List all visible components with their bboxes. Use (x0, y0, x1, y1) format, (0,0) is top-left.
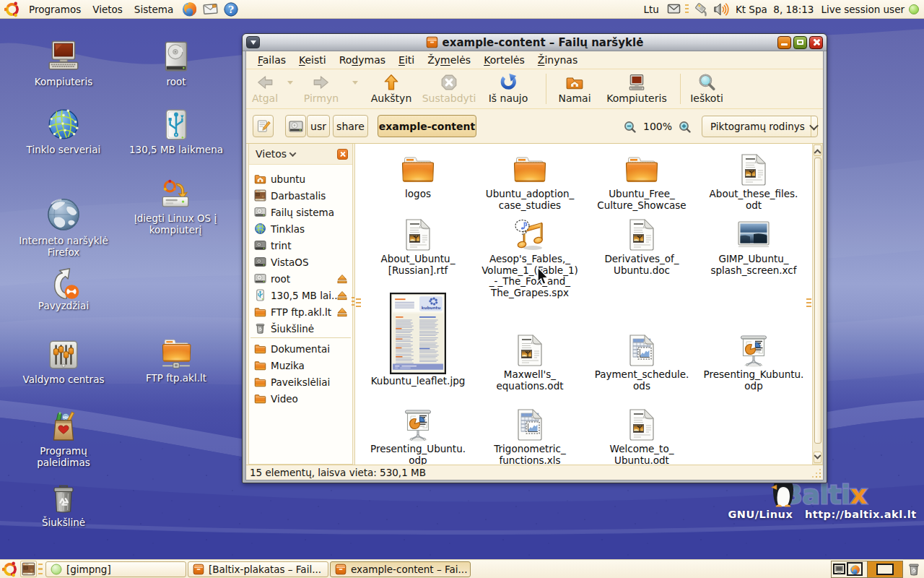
close-button[interactable] (809, 36, 823, 49)
desktop-icon-ftp-folder[interactable]: FTP ftp.akl.lt (122, 335, 230, 384)
file-Presenting_Ubuntu.odp[interactable]: Presenting_Ubuntu.odp (362, 407, 474, 466)
toolbar-search-button[interactable]: Ieškoti (671, 73, 743, 104)
desktop-icon-install-linux[interactable]: Įdiegti Linux OS įkompiuterį (121, 178, 230, 236)
path-segment-root[interactable] (285, 115, 306, 137)
toolbar-home-button[interactable]: Namai (539, 73, 611, 104)
eject-button[interactable] (336, 273, 348, 285)
file-Welcome_to_Ubuntu.odt[interactable]: Welcome_to_Ubuntu.odt (586, 407, 697, 466)
sidebar-item-root[interactable]: root (249, 270, 352, 287)
vertical-scrollbar[interactable] (812, 144, 823, 465)
sidebar-combo-chevron-icon[interactable] (289, 150, 297, 157)
ubuntu-taskbar-logo-icon[interactable] (0, 561, 20, 577)
toolbar-forward-button[interactable]: Pirmyn (285, 73, 357, 104)
desktop-icon-trash[interactable]: Šiukšlinė (9, 481, 118, 528)
menu-failas[interactable]: Failas (251, 52, 292, 68)
sidebar-item-fail-sistema[interactable]: Failų sistema (249, 204, 352, 220)
desktop-icon-app-install[interactable]: Programųpaleidimas (9, 410, 118, 468)
path-segment-share[interactable]: share (333, 115, 368, 137)
sidebar-item-vistaos[interactable]: VistaOS (249, 254, 352, 270)
user-switcher[interactable]: Live session user (819, 4, 909, 15)
show-desktop-button[interactable] (20, 561, 37, 577)
evolution-launcher-icon[interactable] (200, 1, 221, 17)
scroll-up-button[interactable] (814, 144, 821, 156)
sidebar-title[interactable]: Vietos (256, 148, 287, 160)
file-Ubuntu_Free_Culture_Showcase[interactable]: Ubuntu_Free_Culture_Showcase (586, 152, 697, 211)
window-menu-button[interactable] (246, 36, 260, 48)
firefox-launcher-icon[interactable] (179, 1, 200, 17)
menu-vietos[interactable]: Vietos (87, 0, 128, 18)
scroll-thumb[interactable] (814, 158, 821, 444)
menu-kortels[interactable]: Kortelės (477, 52, 531, 68)
desktop-icon-root-drive[interactable]: root (122, 39, 230, 87)
file-Aesops_Fables_Volume_1_Fable_1_-_The_Fox[interactable]: Aesop's_Fables,_Volume_1_(Fable_1)_-_The… (474, 217, 585, 298)
workspace-2[interactable] (867, 561, 902, 577)
zoom-out-icon[interactable] (624, 121, 636, 133)
menu-rodymas[interactable]: Rodymas (333, 52, 392, 68)
sidebar-item-tinklas[interactable]: Tinklas (249, 220, 352, 237)
keyboard-layout-indicator[interactable]: Ltu (638, 4, 665, 15)
sidebar-item-trint[interactable]: trint (249, 237, 352, 254)
volume-icon[interactable] (711, 1, 731, 17)
workspace-switcher[interactable] (831, 561, 903, 578)
taskbar-window-example-content-Fai-[interactable]: example-content – Fai... (330, 561, 471, 577)
taskbar-window--Baltix-plakatas-Fail-[interactable]: [Baltix-plakatas – Fail... (188, 561, 328, 577)
clock[interactable]: Kt Spa 8, 18:13 (731, 4, 820, 15)
trash-applet-icon[interactable] (907, 562, 921, 577)
menu-keisti[interactable]: Keisti (292, 52, 333, 68)
file-Maxwells_equations.odt[interactable]: Maxwell's_equations.odt (474, 333, 585, 392)
path-segment-example-content[interactable]: example-content (378, 115, 476, 137)
file-Derivatives_of_Ubuntu.doc[interactable]: Derivatives_of_Ubuntu.doc (586, 217, 697, 276)
file-About_these_files.odt[interactable]: About_these_files.odt (698, 152, 809, 211)
menu-eiti[interactable]: Eiti (392, 52, 421, 68)
titlebar[interactable]: example-content – Failų naršyklė (243, 34, 827, 51)
menu-inynas[interactable]: Žinynas (531, 52, 584, 68)
sidebar-item-130-5-mb-lai-[interactable]: 130,5 MB lai... (249, 287, 352, 303)
menu-sistema[interactable]: Sistema (128, 0, 179, 18)
desktop-icon-firefox-browser[interactable]: Interneto naršyklėFirefox (9, 197, 118, 258)
desktop-icon-network-servers[interactable]: Tinklo serveriai (9, 107, 118, 155)
desktop-icon-computer[interactable]: Kompiuteris (9, 39, 118, 87)
sidebar-item-paveiksl-liai[interactable]: Paveikslėliai (249, 374, 352, 390)
menu-programos[interactable]: Programos (23, 0, 87, 18)
toolbar-reload-button[interactable]: Iš naujo (472, 73, 544, 104)
toolbar-computer-button[interactable]: Kompiuteris (601, 73, 673, 104)
network-status-icon[interactable] (691, 1, 711, 17)
maximize-button[interactable] (793, 36, 807, 49)
eject-button[interactable] (336, 290, 348, 301)
sidebar-item-ftp-ftp-akl-lt[interactable]: FTP ftp.akl.lt (249, 303, 352, 320)
file-Trigonometric_functions.xls[interactable]: Trigonometric_functions.xls (474, 407, 585, 466)
desktop-icon-examples[interactable]: Pavyzdžiai (9, 267, 118, 311)
workspace-1[interactable] (832, 561, 867, 577)
zoom-in-icon[interactable] (679, 121, 691, 133)
scroll-down-button[interactable] (814, 452, 821, 463)
menu-ymels[interactable]: Žymelės (421, 52, 477, 68)
sidebar-item-video[interactable]: Video (249, 390, 352, 407)
eject-button[interactable] (336, 306, 348, 318)
presence-status-icon[interactable] (909, 4, 919, 14)
desktop-icon-usb-volume[interactable]: 130,5 MB laikmena (122, 107, 230, 155)
sidebar-item-ubuntu[interactable]: ubuntu (249, 171, 352, 187)
toggle-location-entry-button[interactable] (253, 115, 274, 137)
file-Payment_schedule.ods[interactable]: Payment_schedule.ods (586, 333, 697, 392)
sidebar-item-muzika[interactable]: Muzika (249, 357, 352, 374)
mail-notification-icon[interactable] (665, 4, 683, 14)
file-About_Ubuntu_Russian.rtf[interactable]: About_Ubuntu_[Russian].rtf (362, 217, 474, 276)
file-GIMP_Ubuntu_splash_screen.xcf[interactable]: GIMP_Ubuntu_splash_screen.xcf (698, 217, 809, 276)
taskbar-window--gimpng-[interactable]: [gimpng] (45, 561, 186, 577)
sidebar-item--iuk-lin-[interactable]: Šiukšlinė (249, 320, 352, 337)
file-logos[interactable]: logos (362, 152, 474, 200)
file-Ubuntu_adoption_case_studies[interactable]: Ubuntu_adoption_case_studies (474, 152, 585, 211)
desktop-icon-control-center[interactable]: Valdymo centras (9, 337, 118, 385)
path-segment-usr[interactable]: usr (307, 115, 330, 137)
network-servers-icon (45, 107, 82, 143)
minimize-button[interactable] (777, 36, 791, 49)
file-Presenting_Kubuntu.odp[interactable]: Presenting_Kubuntu.odp (698, 333, 809, 392)
view-mode-combo[interactable]: Piktogramų rodinys (702, 116, 818, 137)
sidebar-close-button[interactable] (337, 149, 348, 160)
ubuntu-menu-logo-icon[interactable] (0, 1, 23, 17)
window-resize-grip[interactable] (809, 466, 822, 479)
sidebar-item-dokumentai[interactable]: Dokumentai (249, 340, 352, 357)
sidebar-item-darbastalis[interactable]: Darbastalis (249, 187, 352, 204)
file-Kubuntu_leaflet.jpg[interactable]: kubuntu Kubuntu_leaflet.jpg (362, 293, 474, 387)
help-launcher-icon[interactable]: ? (221, 1, 241, 17)
